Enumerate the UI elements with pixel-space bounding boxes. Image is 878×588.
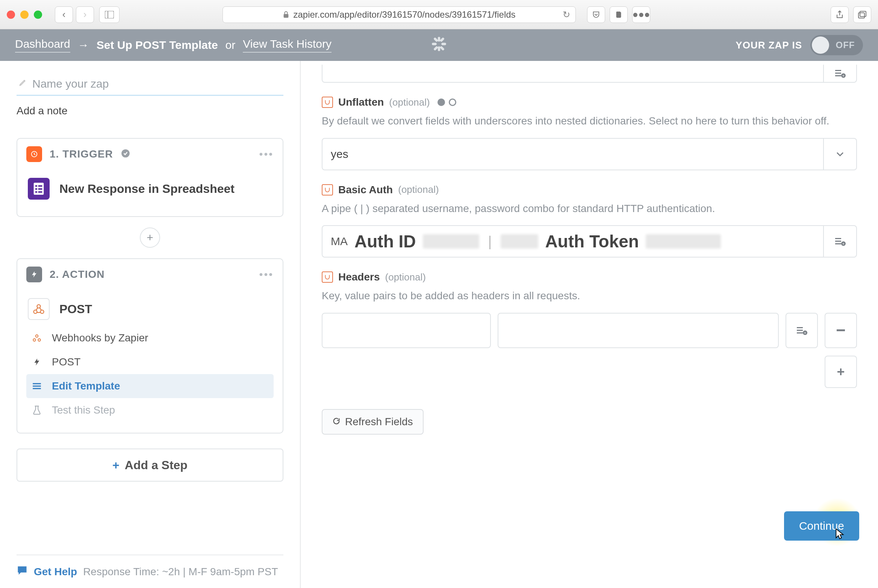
- svg-rect-21: [38, 191, 42, 193]
- zap-name-input[interactable]: [17, 74, 283, 96]
- reload-icon[interactable]: ↻: [563, 9, 570, 20]
- google-forms-icon: [28, 178, 50, 200]
- svg-rect-17: [38, 185, 42, 187]
- header-key-input[interactable]: [322, 313, 491, 348]
- svg-text:+: +: [842, 74, 845, 78]
- add-step-button[interactable]: + Add a Step: [17, 449, 283, 482]
- chevron-down-icon[interactable]: [824, 138, 857, 170]
- remove-row-button[interactable]: [825, 313, 857, 348]
- toggle-dots-icon[interactable]: [437, 99, 456, 106]
- main-content: + Unflatten (optional) By default we con…: [301, 61, 878, 588]
- svg-rect-37: [835, 241, 841, 242]
- action-more-icon[interactable]: •••: [259, 268, 274, 280]
- basic-auth-input[interactable]: MA Auth ID | Auth Token: [322, 225, 824, 258]
- substep-post[interactable]: POST: [26, 350, 274, 374]
- auth-token-label: Auth Token: [545, 231, 639, 252]
- svg-rect-36: [835, 238, 841, 239]
- maximize-window-icon[interactable]: [34, 11, 42, 19]
- trigger-app-name: New Response in Spreadsheet: [59, 182, 235, 196]
- basic-auth-help: A pipe ( | ) separated username, passwor…: [322, 201, 857, 217]
- svg-rect-5: [438, 37, 440, 42]
- basic-auth-label: Basic Auth: [338, 184, 393, 196]
- forward-button[interactable]: ›: [76, 6, 94, 23]
- refresh-fields-button[interactable]: Refresh Fields: [322, 409, 424, 435]
- svg-rect-9: [433, 37, 438, 42]
- breadcrumb-arrow-icon: →: [78, 39, 89, 52]
- field-icon: [322, 184, 333, 195]
- svg-point-23: [34, 310, 37, 314]
- toggle-state: OFF: [829, 40, 861, 50]
- add-note-link[interactable]: Add a note: [17, 105, 283, 117]
- redacted-icon: [646, 234, 721, 249]
- svg-rect-3: [858, 13, 864, 18]
- svg-text:+: +: [842, 242, 845, 246]
- substep-test[interactable]: Test this Step: [26, 398, 274, 422]
- browser-chrome: ‹ › zapier.com/app/editor/39161570/nodes…: [0, 0, 878, 29]
- svg-rect-0: [105, 11, 114, 18]
- zap-enable-toggle[interactable]: OFF: [810, 35, 863, 55]
- pencil-icon: [19, 78, 27, 88]
- svg-rect-2: [284, 14, 289, 18]
- flask-icon: [30, 403, 44, 417]
- svg-point-27: [38, 339, 41, 341]
- sidebar: Add a note 1. TRIGGER ••• New Response i: [0, 61, 301, 588]
- dashboard-link[interactable]: Dashboard: [15, 38, 70, 53]
- substep-webhooks-label: Webhooks by Zapier: [52, 332, 148, 344]
- minimize-window-icon[interactable]: [20, 11, 29, 19]
- evernote-extension-icon[interactable]: [610, 6, 628, 23]
- zap-status-label: YOUR ZAP IS: [736, 39, 802, 51]
- headers-field: Headers (optional) Key, value pairs to b…: [322, 271, 857, 388]
- action-label: 2. ACTION: [50, 268, 104, 280]
- close-window-icon[interactable]: [7, 11, 15, 19]
- svg-point-26: [33, 339, 36, 341]
- svg-rect-31: [835, 70, 841, 71]
- refresh-label: Refresh Fields: [345, 416, 413, 428]
- share-button[interactable]: [831, 6, 849, 23]
- action-app-name: POST: [59, 302, 92, 316]
- get-help-link[interactable]: Get Help: [34, 566, 77, 578]
- back-button[interactable]: ‹: [55, 6, 73, 23]
- bolt-icon: [30, 355, 44, 369]
- sidebar-toggle-button[interactable]: [99, 6, 120, 23]
- trigger-more-icon[interactable]: •••: [259, 148, 274, 160]
- previous-field-input[interactable]: [322, 65, 824, 83]
- headers-help: Key, value pairs to be added as headers …: [322, 288, 857, 304]
- auth-prefix: MA: [331, 235, 348, 248]
- insert-data-button[interactable]: +: [824, 65, 857, 83]
- svg-rect-4: [860, 11, 866, 17]
- template-icon: [30, 379, 44, 393]
- pocket-extension-icon[interactable]: [587, 6, 605, 23]
- url-bar[interactable]: zapier.com/app/editor/39161570/nodes/391…: [223, 6, 576, 23]
- svg-rect-6: [438, 46, 440, 51]
- view-history-link[interactable]: View Task History: [243, 38, 332, 53]
- help-meta: Response Time: ~2h | M-F 9am-5pm PST: [83, 566, 278, 578]
- unflatten-select[interactable]: yes: [322, 138, 824, 170]
- action-step-card[interactable]: 2. ACTION ••• POST Webhooks by Zapier PO…: [17, 258, 283, 433]
- svg-rect-7: [432, 42, 437, 45]
- header-value-input[interactable]: [498, 313, 779, 348]
- add-row-button[interactable]: [825, 356, 857, 388]
- insert-data-button[interactable]: +: [824, 225, 857, 258]
- basic-auth-field: Basic Auth (optional) A pipe ( | ) separ…: [322, 184, 857, 258]
- refresh-icon: [332, 416, 341, 428]
- check-icon: [121, 149, 130, 160]
- trigger-step-card[interactable]: 1. TRIGGER ••• New Response in Spreadshe…: [17, 138, 283, 217]
- svg-rect-10: [440, 45, 445, 50]
- webhook-icon: [28, 298, 50, 320]
- unflatten-label: Unflatten: [338, 96, 384, 108]
- continue-button[interactable]: Continue: [784, 511, 859, 541]
- action-icon: [26, 267, 42, 282]
- add-step-between-button[interactable]: +: [140, 227, 160, 248]
- redacted-icon: [423, 234, 479, 249]
- zapier-header: Dashboard → Set Up POST Template or View…: [0, 29, 878, 61]
- field-icon: [322, 271, 333, 283]
- substep-edit-template[interactable]: Edit Template: [26, 374, 274, 398]
- substep-webhooks[interactable]: Webhooks by Zapier: [26, 326, 274, 350]
- add-step-label: Add a Step: [125, 458, 188, 472]
- svg-rect-18: [35, 188, 37, 190]
- svg-rect-11: [440, 37, 445, 42]
- webhook-small-icon: [30, 331, 44, 345]
- insert-data-button[interactable]: +: [786, 313, 818, 348]
- more-extensions-icon[interactable]: ●●●: [632, 6, 650, 23]
- tabs-button[interactable]: [853, 6, 871, 23]
